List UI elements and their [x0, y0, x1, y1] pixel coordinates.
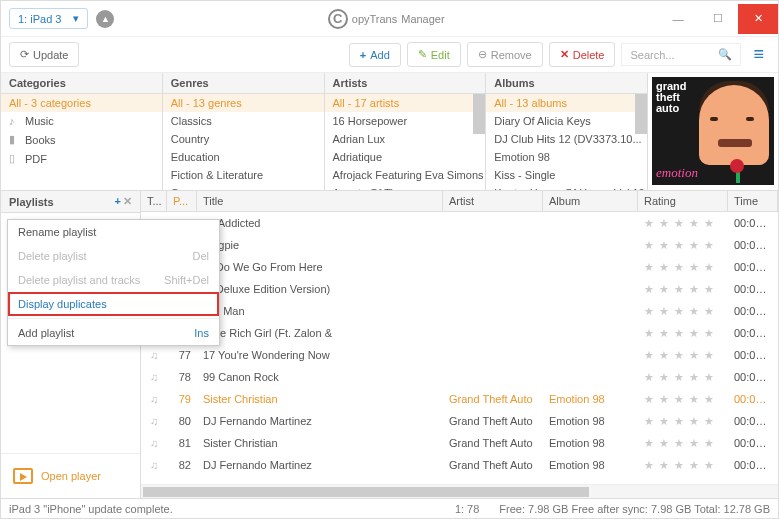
rating-stars[interactable]: ★ ★ ★ ★ ★: [638, 371, 728, 384]
search-input[interactable]: Search...🔍: [621, 43, 741, 66]
close-icon[interactable]: ✕: [123, 195, 132, 208]
list-item[interactable]: ♪Music: [1, 112, 162, 130]
table-row[interactable]: ♫72Magpie★ ★ ★ ★ ★00:01:...: [141, 234, 778, 256]
x-icon: ✕: [560, 48, 569, 61]
table-row[interactable]: ♫74d (Deluxe Edition Version)★ ★ ★ ★ ★00…: [141, 278, 778, 300]
rating-stars[interactable]: ★ ★ ★ ★ ★: [638, 393, 728, 406]
column-header: Albums: [486, 73, 647, 94]
list-item[interactable]: Agents Of Time: [325, 184, 486, 190]
list-item[interactable]: Adrian Lux: [325, 130, 486, 148]
rating-stars[interactable]: ★ ★ ★ ★ ★: [638, 459, 728, 472]
list-item[interactable]: All - 3 categories: [1, 94, 162, 112]
col-artist[interactable]: Artist: [443, 191, 543, 211]
pencil-icon: ✎: [418, 48, 427, 61]
device-selector[interactable]: 1: iPad 3 ▾: [9, 8, 88, 29]
column-header: Categories: [1, 73, 162, 94]
ctx-rename[interactable]: Rename playlist: [8, 220, 219, 244]
col-rating[interactable]: Rating: [638, 191, 728, 211]
chevron-down-icon: ▾: [73, 12, 79, 25]
open-player-button[interactable]: Open player: [1, 453, 140, 498]
list-item[interactable]: Kiss - Single: [486, 166, 647, 184]
plus-icon[interactable]: +: [115, 195, 121, 208]
remove-button[interactable]: ⊖Remove: [467, 42, 543, 67]
rating-stars[interactable]: ★ ★ ★ ★ ★: [638, 217, 728, 230]
player-icon: [13, 468, 33, 484]
pdf-icon: ▯: [9, 152, 21, 165]
refresh-icon: ⟳: [20, 48, 29, 61]
column-header: Artists: [325, 73, 486, 94]
minimize-button[interactable]: —: [658, 4, 698, 34]
list-item[interactable]: Fiction & Literature: [163, 166, 324, 184]
close-button[interactable]: ✕: [738, 4, 778, 34]
list-item[interactable]: Kontor House Of House Vol.10: [486, 184, 647, 190]
playlists-body: ▯iPhone Rename playlist Delete playlistD…: [1, 213, 140, 453]
rating-stars[interactable]: ★ ★ ★ ★ ★: [638, 239, 728, 252]
maximize-button[interactable]: ☐: [698, 4, 738, 34]
list-item[interactable]: All - 17 artists: [325, 94, 486, 112]
table-row[interactable]: ♫75key Man★ ★ ★ ★ ★00:02:...: [141, 300, 778, 322]
list-item[interactable]: Education: [163, 148, 324, 166]
list-item[interactable]: Diary Of Alicia Keys: [486, 112, 647, 130]
ctx-display-duplicates[interactable]: Display duplicates: [8, 292, 219, 316]
music-icon: ♪: [9, 115, 21, 127]
rating-stars[interactable]: ★ ★ ★ ★ ★: [638, 415, 728, 428]
rating-stars[interactable]: ★ ★ ★ ★ ★: [638, 261, 728, 274]
col-album[interactable]: Album: [543, 191, 638, 211]
table-row[interactable]: ♫82DJ Fernando MartinezGrand Theft AutoE…: [141, 454, 778, 476]
edit-button[interactable]: ✎Edit: [407, 42, 461, 67]
horizontal-scrollbar[interactable]: [141, 484, 778, 498]
table-row[interactable]: ♫73re Do We Go From Here★ ★ ★ ★ ★00:04:.…: [141, 256, 778, 278]
albums-column: Albums All - 13 albumsDiary Of Alicia Ke…: [486, 73, 648, 190]
table-row[interactable]: ♫7899 Canon Rock★ ★ ★ ★ ★00:05:...: [141, 366, 778, 388]
rating-stars[interactable]: ★ ★ ★ ★ ★: [638, 437, 728, 450]
col-time[interactable]: Time: [728, 191, 778, 211]
list-item[interactable]: Country: [163, 130, 324, 148]
list-item[interactable]: DJ Club Hits 12 (DV3373.10...: [486, 130, 647, 148]
list-item[interactable]: ▯PDF: [1, 149, 162, 168]
playlists-header: Playlists +✕: [1, 191, 140, 213]
table-row[interactable]: ♫81Sister ChristianGrand Theft AutoEmoti…: [141, 432, 778, 454]
music-icon: ♫: [141, 349, 167, 361]
scrollbar[interactable]: [473, 94, 485, 134]
scrollbar[interactable]: [635, 94, 647, 134]
table-row[interactable]: ♫7111 Addicted★ ★ ★ ★ ★00:02:...: [141, 212, 778, 234]
rating-stars[interactable]: ★ ★ ★ ★ ★: [638, 283, 728, 296]
ctx-add-playlist[interactable]: Add playlistIns: [8, 321, 219, 345]
add-button[interactable]: +Add: [349, 43, 401, 67]
list-item[interactable]: Classics: [163, 112, 324, 130]
menu-button[interactable]: ≡: [747, 44, 770, 65]
list-item[interactable]: Afrojack Featuring Eva Simons: [325, 166, 486, 184]
table-row[interactable]: ♫7717 You're Wondering Now★ ★ ★ ★ ★00:02…: [141, 344, 778, 366]
music-icon: ♫: [141, 371, 167, 383]
col-title[interactable]: Title: [197, 191, 443, 211]
rating-stars[interactable]: ★ ★ ★ ★ ★: [638, 349, 728, 362]
status-selection: 1: 78: [455, 503, 479, 515]
list-item[interactable]: All - 13 albums: [486, 94, 647, 112]
table-row[interactable]: ♫80DJ Fernando MartinezGrand Theft AutoE…: [141, 410, 778, 432]
update-button[interactable]: ⟳Update: [9, 42, 79, 67]
app-logo-icon: C: [328, 9, 348, 29]
table-row[interactable]: ♫76Little Rich Girl (Ft. Zalon &★ ★ ★ ★ …: [141, 322, 778, 344]
col-position[interactable]: P...: [167, 191, 197, 211]
list-item[interactable]: Emotion 98: [486, 148, 647, 166]
list-item[interactable]: Adriatique: [325, 148, 486, 166]
music-icon: ♫: [141, 437, 167, 449]
col-type[interactable]: T...: [141, 191, 167, 211]
eject-button[interactable]: ▲: [96, 10, 114, 28]
table-row[interactable]: ♫79Sister ChristianGrand Theft AutoEmoti…: [141, 388, 778, 410]
toolbar: ⟳Update +Add ✎Edit ⊖Remove ✕Delete Searc…: [1, 37, 778, 73]
rating-stars[interactable]: ★ ★ ★ ★ ★: [638, 327, 728, 340]
plus-icon: +: [360, 49, 366, 61]
delete-button[interactable]: ✕Delete: [549, 42, 616, 67]
list-item[interactable]: ▮Books: [1, 130, 162, 149]
rating-stars[interactable]: ★ ★ ★ ★ ★: [638, 305, 728, 318]
table-header: T... P... Title Artist Album Rating Time: [141, 191, 778, 212]
ctx-delete[interactable]: Delete playlistDel: [8, 244, 219, 268]
search-icon: 🔍: [718, 48, 732, 61]
list-item[interactable]: All - 13 genres: [163, 94, 324, 112]
ctx-delete-tracks[interactable]: Delete playlist and tracksShift+Del: [8, 268, 219, 292]
list-item[interactable]: Game: [163, 184, 324, 190]
artists-column: Artists All - 17 artists16 HorsepowerAdr…: [325, 73, 487, 190]
list-item[interactable]: 16 Horsepower: [325, 112, 486, 130]
device-label: 1: iPad 3: [18, 13, 61, 25]
